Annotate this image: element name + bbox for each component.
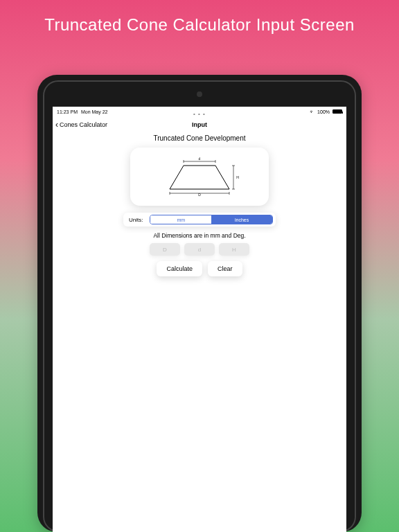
diagram-card: d D H (130, 148, 269, 206)
unit-mm-button[interactable]: mm (150, 215, 211, 224)
page-title: Truncated Cone Development (53, 134, 346, 142)
back-button[interactable]: ‹ Cones Calculator (53, 121, 107, 129)
svg-marker-0 (170, 166, 229, 189)
battery-percent: 100% (317, 109, 330, 114)
dimensions-note: All Dimensions are in mm and Deg. (53, 232, 346, 239)
action-buttons: Calculate Clear (53, 261, 346, 276)
calculate-button[interactable]: Calculate (157, 261, 202, 276)
nav-title: Input (192, 121, 207, 128)
chevron-left-icon: ‹ (55, 121, 58, 129)
clear-button[interactable]: Clear (208, 261, 242, 276)
diagram-label-D: D (198, 193, 201, 196)
status-date: Mon May 22 (81, 109, 108, 114)
tablet-frame: 11:23 PM Mon May 22 ᯤ 100% • • • ‹ Cones… (37, 75, 362, 532)
input-H[interactable]: H (219, 243, 249, 256)
promo-background: Truncated Cone Calculator Input Screen 1… (0, 0, 399, 532)
units-segmented-control[interactable]: mm inches (150, 215, 273, 224)
input-D[interactable]: D (150, 243, 180, 256)
units-selector: Units: mm inches (123, 213, 276, 227)
nav-bar: • • • ‹ Cones Calculator Input (53, 116, 346, 133)
back-label: Cones Calculator (60, 121, 107, 128)
diagram-label-d: d (199, 157, 201, 161)
truncated-cone-diagram: d D H (154, 157, 245, 196)
units-label: Units: (126, 217, 145, 223)
wifi-icon: ᯤ (310, 109, 314, 114)
battery-icon (332, 109, 342, 114)
input-d[interactable]: d (184, 243, 215, 256)
promo-title: Truncated Cone Calculator Input Screen (0, 0, 399, 35)
app-screen: 11:23 PM Mon May 22 ᯤ 100% • • • ‹ Cones… (53, 107, 346, 532)
diagram-label-H: H (236, 175, 239, 179)
status-time: 11:23 PM (57, 109, 78, 114)
multitask-dots[interactable]: • • • (193, 111, 206, 117)
unit-inches-button[interactable]: inches (211, 215, 272, 224)
dimension-inputs: D d H (53, 243, 346, 256)
